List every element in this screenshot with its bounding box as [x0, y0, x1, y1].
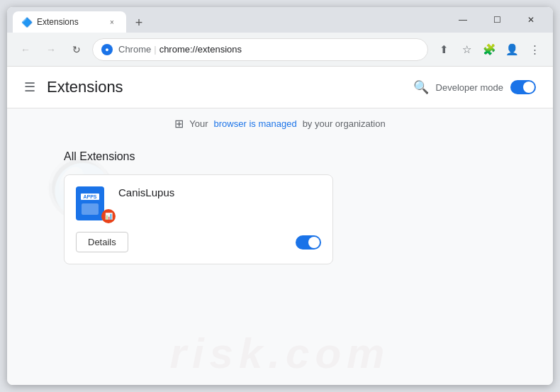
extension-info: CanisLupus — [118, 186, 174, 198]
toolbar-icons: ⬆ ☆ 🧩 👤 ⋮ — [434, 40, 544, 60]
extensions-icon[interactable]: 🧩 — [479, 40, 499, 60]
title-bar: 🔷 Extensions × + — ☐ ✕ — [7, 7, 553, 33]
omnibox-site: Chrome — [118, 44, 151, 55]
forward-button[interactable]: → — [41, 40, 61, 60]
managed-text-before: Your — [189, 118, 208, 129]
extension-name: CanisLupus — [118, 186, 174, 198]
minimize-button[interactable]: — — [447, 9, 479, 30]
extensions-body: All Extensions APPS 📊 CanisLu — [7, 139, 553, 276]
back-button[interactable]: ← — [16, 40, 35, 60]
tab-favicon: 🔷 — [21, 17, 31, 27]
browser-window: 🔷 Extensions × + — ☐ ✕ ← → ↻ ● Chrome | … — [7, 7, 553, 385]
extensions-header: ☰ Extensions 🔍 Developer mode — [7, 67, 553, 108]
window-controls: — ☐ ✕ — [447, 9, 547, 30]
active-tab[interactable]: 🔷 Extensions × — [13, 11, 126, 33]
ext-title-group: ☰ Extensions — [24, 78, 123, 96]
managed-notice: ⊞ Your browser is managed by your organi… — [7, 108, 553, 139]
omnibox[interactable]: ● Chrome | chrome://extensions — [92, 38, 428, 61]
close-button[interactable]: ✕ — [515, 9, 547, 30]
all-extensions-label: All Extensions — [64, 150, 496, 163]
details-button[interactable]: Details — [76, 232, 128, 252]
tab-close-button[interactable]: × — [106, 16, 118, 28]
extension-toggle[interactable] — [296, 235, 321, 250]
search-icon[interactable]: 🔍 — [413, 79, 429, 95]
dev-mode-group: 🔍 Developer mode — [413, 79, 536, 95]
refresh-button[interactable]: ↻ — [67, 40, 86, 60]
share-icon[interactable]: ⬆ — [434, 40, 454, 60]
extension-badge-overlay: 📊 — [101, 209, 116, 223]
dev-mode-label: Developer mode — [436, 82, 503, 93]
extension-icon-wrap: APPS 📊 — [76, 186, 110, 220]
omnibox-url: chrome://extensions — [159, 44, 242, 55]
hamburger-icon[interactable]: ☰ — [24, 79, 35, 95]
page-title: Extensions — [47, 78, 123, 96]
new-tab-button[interactable]: + — [129, 13, 149, 33]
bookmark-icon[interactable]: ☆ — [457, 40, 476, 60]
managed-text-after: by your organization — [303, 118, 386, 129]
tab-strip: 🔷 Extensions × + — [13, 7, 447, 33]
managed-icon: ⊞ — [174, 117, 184, 130]
dev-mode-toggle[interactable] — [510, 80, 536, 94]
omnibox-separator: | — [154, 44, 156, 55]
page-content: ☰ Extensions 🔍 Developer mode ⊞ Your bro… — [7, 67, 553, 385]
managed-link[interactable]: browser is managed — [214, 118, 297, 129]
extension-card: APPS 📊 CanisLupus Details — [64, 174, 333, 264]
omnibox-text: Chrome | chrome://extensions — [118, 44, 242, 55]
address-bar: ← → ↻ ● Chrome | chrome://extensions ⬆ ☆… — [7, 33, 553, 67]
maximize-button[interactable]: ☐ — [481, 9, 513, 30]
extension-card-bottom: Details — [76, 232, 321, 252]
chrome-icon: ● — [101, 44, 113, 55]
menu-icon[interactable]: ⋮ — [525, 40, 544, 60]
apps-badge: APPS — [80, 193, 99, 201]
profile-icon[interactable]: 👤 — [502, 40, 522, 60]
tab-title: Extensions — [37, 17, 101, 27]
extension-icon: APPS — [76, 186, 104, 220]
extension-card-top: APPS 📊 CanisLupus — [76, 186, 321, 220]
